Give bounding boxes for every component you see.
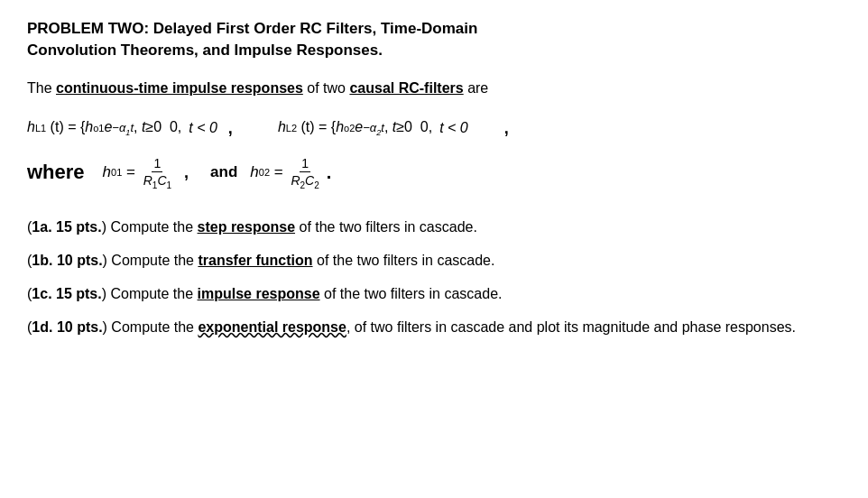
h-l1-e: e <box>104 119 112 135</box>
part-1d-link[interactable]: exponential response <box>198 319 346 335</box>
h-l1-geq: , t≥0 0, <box>134 119 181 135</box>
intro-text-before1: The <box>27 80 56 96</box>
part-1c-link[interactable]: impulse response <box>198 286 320 301</box>
comma1: , <box>228 119 233 138</box>
part-1a-id: 1a. 15 pts. <box>32 219 101 235</box>
h-l2-formula: hL2 (t) = { ho2 e−α2t , t≥0 0, <box>278 119 432 137</box>
h02-expression: h02 = 1 R2C2 <box>250 156 322 190</box>
h-l2-h0: h <box>336 119 344 135</box>
intro-link-causal-rc[interactable]: causal RC-filters <box>349 80 463 96</box>
part-1c-pts: 15 <box>56 286 72 301</box>
h01-numerator: 1 <box>152 156 162 172</box>
h02-eq: = <box>270 163 287 181</box>
part-1c-text-after: of the two filters in cascade. <box>320 286 503 301</box>
part-1b-pts: 10 <box>57 253 73 268</box>
intro-text-between: of two <box>303 80 350 96</box>
intro-line: The continuous-time impulse responses of… <box>27 78 841 99</box>
part-1d-text-after: , of two filters in cascade and plot its… <box>346 319 796 335</box>
h-l1-h0: h <box>85 119 93 135</box>
h-l2-t-paren: (t) = { <box>297 119 336 135</box>
part-1a-link[interactable]: step response <box>198 219 295 235</box>
and-label: and <box>210 163 237 181</box>
problem-title: PROBLEM TWO: Delayed First Order RC Filt… <box>27 18 841 61</box>
h01-denominator: R1C1 <box>142 172 173 190</box>
h02-fraction: 1 R2C2 <box>289 156 320 190</box>
h01-fraction: 1 R1C1 <box>142 156 173 190</box>
where-label: where <box>27 161 85 184</box>
h-l2-e: e <box>355 119 363 135</box>
part-1b-text-before: Compute the <box>111 253 198 268</box>
h-l1-exponent: −α1t <box>112 121 134 137</box>
h02-numerator: 1 <box>300 156 310 172</box>
part-1b-id: 1b. 10 pts. <box>32 253 102 268</box>
part-1b-text-after: of the two filters in cascade. <box>313 253 495 268</box>
h-l2-exponent: −α2t <box>363 121 384 137</box>
h02-var: h <box>250 163 258 181</box>
h01-var: h <box>103 163 111 181</box>
h01-eq: = <box>122 163 139 181</box>
part-1d-id: 1d. 10 pts. <box>32 319 102 335</box>
where-period: . <box>327 162 332 183</box>
part-1a-text-after: of the two filters in cascade. <box>295 219 477 235</box>
part-1d-pts: 10 <box>57 319 73 335</box>
where-line: where h01 = 1 R1C1 , and h02 = 1 R2C2 . <box>27 156 841 190</box>
title-line1: PROBLEM TWO: Delayed First Order RC Filt… <box>27 18 841 40</box>
h-l2-geq: , t≥0 0, <box>384 119 432 135</box>
part-1d: (1d. 10 pts.) Compute the exponential re… <box>27 315 841 341</box>
h02-denominator: R2C2 <box>289 172 320 190</box>
h-l1-var: h <box>27 119 35 135</box>
part-1a-text-before: Compute the <box>110 219 197 235</box>
title-line2: Convolution Theorems, and Impulse Respon… <box>27 40 841 61</box>
where-comma1: , <box>184 163 189 182</box>
h-l2-tcond: t < 0 <box>439 120 468 136</box>
h-l1-tcond: t < 0 <box>189 120 217 136</box>
h-l1-t-paren: (t) = { <box>46 119 85 135</box>
intro-link-impulse-responses[interactable]: continuous-time impulse responses <box>56 80 303 96</box>
h-l2-var: h <box>278 119 286 135</box>
formulas-row: hL1 (t) = { ho1 e−α1t , t≥0 0, t < 0 , h… <box>27 119 841 138</box>
parts-block: (1a. 15 pts.) Compute the step response … <box>27 215 841 340</box>
h01-expression: h01 = 1 R1C1 <box>103 156 175 190</box>
part-1d-text-before: Compute the <box>111 319 198 335</box>
part-1c-text-before: Compute the <box>110 286 197 301</box>
part-1a-pts: 15 <box>56 219 72 235</box>
part-1b-link[interactable]: transfer function <box>198 253 312 268</box>
part-1a: (1a. 15 pts.) Compute the step response … <box>27 215 841 241</box>
comma2: , <box>504 119 509 138</box>
part-1c: (1c. 15 pts.) Compute the impulse respon… <box>27 281 841 308</box>
h-l1-formula: hL1 (t) = { ho1 e−α1t , t≥0 0, <box>27 119 181 137</box>
intro-text-after: are <box>464 80 489 96</box>
part-1c-id: 1c. 15 pts. <box>32 286 101 301</box>
part-1b: (1b. 10 pts.) Compute the transfer funct… <box>27 248 841 274</box>
